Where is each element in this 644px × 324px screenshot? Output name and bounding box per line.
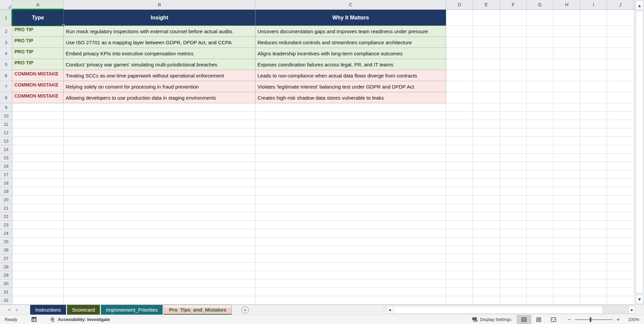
cell-H17[interactable] xyxy=(553,170,580,179)
cell-B17[interactable] xyxy=(64,170,255,179)
row-header-19[interactable]: 19 xyxy=(0,187,12,196)
row-header-10[interactable]: 10 xyxy=(0,112,12,120)
cell-I30[interactable] xyxy=(580,279,607,288)
cell-D12[interactable] xyxy=(446,128,473,137)
cell-C2[interactable]: Uncovers documentation gaps and improves… xyxy=(255,26,446,37)
cell-E27[interactable] xyxy=(473,254,500,263)
row-header-12[interactable]: 12 xyxy=(0,128,12,137)
cell-G20[interactable] xyxy=(527,196,553,204)
cell-F31[interactable] xyxy=(500,288,527,296)
cell-I4[interactable] xyxy=(580,48,607,59)
cell-B18[interactable] xyxy=(64,179,255,187)
cell-I6[interactable] xyxy=(580,70,607,81)
cell-E22[interactable] xyxy=(473,212,500,221)
row-header-18[interactable]: 18 xyxy=(0,179,12,187)
cell-A1[interactable]: Type xyxy=(12,10,64,26)
column-header-A[interactable]: A xyxy=(12,0,64,9)
cell-G24[interactable] xyxy=(527,229,553,237)
cell-G13[interactable] xyxy=(527,137,553,145)
cell-E2[interactable] xyxy=(473,26,500,37)
cell-H24[interactable] xyxy=(553,229,580,237)
cell-C31[interactable] xyxy=(255,288,446,296)
cell-A19[interactable] xyxy=(12,187,64,196)
cell-G32[interactable] xyxy=(527,296,553,305)
cell-C20[interactable] xyxy=(255,196,446,204)
cell-J31[interactable] xyxy=(607,288,634,296)
cell-H22[interactable] xyxy=(553,212,580,221)
cell-G18[interactable] xyxy=(527,179,553,187)
row-header-29[interactable]: 29 xyxy=(0,271,12,279)
cell-E21[interactable] xyxy=(473,204,500,212)
cell-H1[interactable] xyxy=(553,10,580,26)
cell-F29[interactable] xyxy=(500,271,527,279)
cell-J19[interactable] xyxy=(607,187,634,196)
row-header-5[interactable]: 5 xyxy=(0,59,12,70)
cell-I2[interactable] xyxy=(580,26,607,37)
cell-A12[interactable] xyxy=(12,128,64,137)
cell-C19[interactable] xyxy=(255,187,446,196)
row-header-16[interactable]: 16 xyxy=(0,162,12,170)
cell-G27[interactable] xyxy=(527,254,553,263)
cell-A24[interactable] xyxy=(12,229,64,237)
cell-E8[interactable] xyxy=(473,92,500,103)
cell-C18[interactable] xyxy=(255,179,446,187)
cell-D23[interactable] xyxy=(446,221,473,229)
cell-F19[interactable] xyxy=(500,187,527,196)
cell-J20[interactable] xyxy=(607,196,634,204)
cell-I17[interactable] xyxy=(580,170,607,179)
cell-B13[interactable] xyxy=(64,137,255,145)
row-header-2[interactable]: 2 xyxy=(0,26,12,37)
cell-G4[interactable] xyxy=(527,48,553,59)
scroll-down-icon[interactable]: ▼ xyxy=(636,294,643,304)
cell-B21[interactable] xyxy=(64,204,255,212)
sheet-tab-Instructions[interactable]: Instructions xyxy=(30,305,66,315)
cell-D32[interactable] xyxy=(446,296,473,305)
row-header-20[interactable]: 20 xyxy=(0,196,12,204)
row-header-26[interactable]: 26 xyxy=(0,246,12,254)
cell-A14[interactable] xyxy=(12,145,64,154)
zoom-slider[interactable] xyxy=(575,319,612,320)
cell-H15[interactable] xyxy=(553,154,580,162)
cell-I14[interactable] xyxy=(580,145,607,154)
cell-H26[interactable] xyxy=(553,246,580,254)
cell-E4[interactable] xyxy=(473,48,500,59)
cell-B7[interactable]: Relying solely on consent for processing… xyxy=(64,81,255,92)
cell-F12[interactable] xyxy=(500,128,527,137)
cell-H19[interactable] xyxy=(553,187,580,196)
cell-G15[interactable] xyxy=(527,154,553,162)
column-header-J[interactable]: J xyxy=(607,0,634,9)
cell-J13[interactable] xyxy=(607,137,634,145)
cell-H7[interactable] xyxy=(553,81,580,92)
cell-F14[interactable] xyxy=(500,145,527,154)
cell-D17[interactable] xyxy=(446,170,473,179)
cell-G12[interactable] xyxy=(527,128,553,137)
row-header-9[interactable]: 9 xyxy=(0,103,12,112)
accessibility-status[interactable]: Accessibility: Investigate xyxy=(50,317,110,322)
cell-B24[interactable] xyxy=(64,229,255,237)
cell-F8[interactable] xyxy=(500,92,527,103)
cell-F28[interactable] xyxy=(500,263,527,271)
cell-I5[interactable] xyxy=(580,59,607,70)
cell-G8[interactable] xyxy=(527,92,553,103)
cell-I19[interactable] xyxy=(580,187,607,196)
cell-J16[interactable] xyxy=(607,162,634,170)
cell-E23[interactable] xyxy=(473,221,500,229)
column-header-H[interactable]: H xyxy=(553,0,580,9)
cell-A13[interactable] xyxy=(12,137,64,145)
cell-H3[interactable] xyxy=(553,37,580,48)
cell-H9[interactable] xyxy=(553,103,580,112)
cell-F17[interactable] xyxy=(500,170,527,179)
cell-H29[interactable] xyxy=(553,271,580,279)
cell-G26[interactable] xyxy=(527,246,553,254)
cell-H25[interactable] xyxy=(553,237,580,246)
new-sheet-button[interactable]: + xyxy=(241,306,249,314)
zoom-slider-thumb[interactable] xyxy=(590,317,591,322)
cell-D4[interactable] xyxy=(446,48,473,59)
cell-C15[interactable] xyxy=(255,154,446,162)
sheet-tab-Pro_Tips_and_Mistakes[interactable]: Pro_Tips_and_Mistakes xyxy=(164,305,232,315)
cell-G14[interactable] xyxy=(527,145,553,154)
cell-D10[interactable] xyxy=(446,112,473,120)
tab-bar-drag-handle[interactable]: ⋮ xyxy=(382,306,386,312)
sheet-tab-Scorecard[interactable]: Scorecard xyxy=(67,305,100,315)
column-header-C[interactable]: C xyxy=(255,0,446,9)
